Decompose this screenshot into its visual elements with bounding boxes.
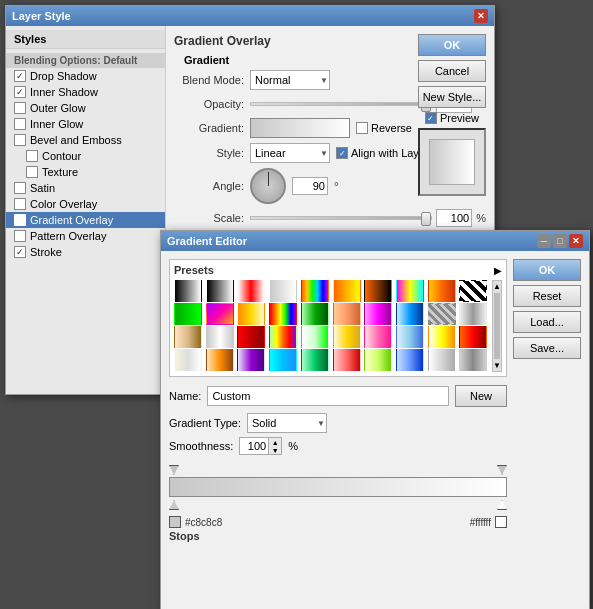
satin-checkbox[interactable] xyxy=(14,182,26,194)
preset-swatch-red-fade[interactable] xyxy=(237,280,265,302)
preset-swatch-gray-white[interactable] xyxy=(269,280,297,302)
style-select[interactable]: Linear Radial Angle xyxy=(250,143,330,163)
gradient-type-select-wrapper[interactable]: Solid Noise ▼ xyxy=(247,413,327,433)
outer-glow-checkbox[interactable] xyxy=(14,102,26,114)
preset-swatch-bw[interactable] xyxy=(174,280,202,302)
presets-scrollbar[interactable]: ▲ ▼ xyxy=(492,280,502,372)
sidebar-item-bevel-emboss[interactable]: Bevel and Emboss xyxy=(6,132,165,148)
gradient-load-button[interactable]: Load... xyxy=(513,311,581,333)
preset-swatch-sky[interactable] xyxy=(396,326,424,348)
style-select-wrapper[interactable]: Linear Radial Angle ▼ xyxy=(250,143,330,163)
preset-swatch-violet[interactable] xyxy=(206,303,234,325)
preset-swatch-copper[interactable] xyxy=(333,303,361,325)
stroke-checkbox[interactable] xyxy=(14,246,26,258)
preset-swatch-stripe[interactable] xyxy=(459,280,487,302)
color-overlay-checkbox[interactable] xyxy=(14,198,26,210)
opacity-stop-left[interactable] xyxy=(169,465,179,475)
preset-swatch-gray-fade[interactable] xyxy=(206,326,234,348)
preset-swatch-fire[interactable] xyxy=(459,326,487,348)
opacity-slider[interactable] xyxy=(250,102,432,106)
gradient-preview[interactable] xyxy=(250,118,350,138)
left-color-swatch[interactable] xyxy=(169,516,181,528)
reverse-checkbox[interactable] xyxy=(356,122,368,134)
preset-swatch-lime[interactable] xyxy=(364,349,392,371)
blend-mode-select-wrapper[interactable]: Normal Multiply Screen ▼ xyxy=(250,70,330,90)
sidebar-item-drop-shadow[interactable]: Drop Shadow xyxy=(6,68,165,84)
gradient-save-button[interactable]: Save... xyxy=(513,337,581,359)
sidebar-item-pattern-overlay[interactable]: Pattern Overlay xyxy=(6,228,165,244)
inner-glow-checkbox[interactable] xyxy=(14,118,26,130)
color-stop-left[interactable] xyxy=(169,500,179,510)
sidebar-item-inner-glow[interactable]: Inner Glow xyxy=(6,116,165,132)
preset-swatch-green[interactable] xyxy=(174,303,202,325)
align-layer-checkbox[interactable]: ✓ xyxy=(336,147,348,159)
preset-swatch-silver[interactable] xyxy=(459,303,487,325)
sidebar-item-contour[interactable]: Contour xyxy=(6,148,165,164)
scale-slider-thumb[interactable] xyxy=(421,212,431,226)
smoothness-input[interactable] xyxy=(239,437,269,455)
preset-swatch-metal[interactable] xyxy=(459,349,487,371)
preset-swatch-white-gray[interactable] xyxy=(428,349,456,371)
gradient-overlay-checkbox[interactable] xyxy=(14,214,26,226)
preset-swatch-crimson[interactable] xyxy=(333,349,361,371)
maximize-icon[interactable]: □ xyxy=(553,234,567,248)
drop-shadow-checkbox[interactable] xyxy=(14,70,26,82)
blend-mode-select[interactable]: Normal Multiply Screen xyxy=(250,70,330,90)
blending-options-label[interactable]: Blending Options: Default xyxy=(6,53,165,68)
bevel-emboss-checkbox[interactable] xyxy=(14,134,26,146)
scroll-down-arrow[interactable]: ▼ xyxy=(493,361,501,370)
preset-swatch-rainbow[interactable] xyxy=(301,280,329,302)
preset-swatch-stripe2[interactable] xyxy=(428,303,456,325)
preset-swatch-spectrum[interactable] xyxy=(269,303,297,325)
gradient-editor-close-icon[interactable]: ✕ xyxy=(569,234,583,248)
right-color-swatch[interactable] xyxy=(495,516,507,528)
preset-swatch-cyan[interactable] xyxy=(269,349,297,371)
preset-swatch-rose[interactable] xyxy=(364,326,392,348)
preset-swatch-royalblue[interactable] xyxy=(396,349,424,371)
scroll-up-arrow[interactable]: ▲ xyxy=(493,282,501,291)
name-input[interactable] xyxy=(207,386,449,406)
contour-checkbox[interactable] xyxy=(26,150,38,162)
pattern-overlay-checkbox[interactable] xyxy=(14,230,26,242)
smoothness-spinner[interactable]: ▲ ▼ xyxy=(269,437,282,455)
sidebar-item-satin[interactable]: Satin xyxy=(6,180,165,196)
preset-swatch-warm[interactable] xyxy=(428,280,456,302)
preset-swatch-blue[interactable] xyxy=(396,303,424,325)
preset-swatch-bronze[interactable] xyxy=(206,349,234,371)
cancel-button[interactable]: Cancel xyxy=(418,60,486,82)
new-gradient-button[interactable]: New xyxy=(455,385,507,407)
sidebar-item-inner-shadow[interactable]: Inner Shadow xyxy=(6,84,165,100)
gradient-ok-button[interactable]: OK xyxy=(513,259,581,281)
sidebar-item-color-overlay[interactable]: Color Overlay xyxy=(6,196,165,212)
gradient-bar[interactable] xyxy=(169,477,507,497)
preset-swatch-heat[interactable] xyxy=(269,326,297,348)
preset-swatch-black-trans[interactable] xyxy=(206,280,234,302)
close-icon[interactable]: ✕ xyxy=(474,9,488,23)
scale-slider[interactable] xyxy=(250,216,432,220)
opacity-stop-right[interactable] xyxy=(497,465,507,475)
gradient-reset-button[interactable]: Reset xyxy=(513,285,581,307)
sidebar-item-gradient-overlay[interactable]: Gradient Overlay xyxy=(6,212,165,228)
inner-shadow-checkbox[interactable] xyxy=(14,86,26,98)
preset-swatch-gold[interactable] xyxy=(237,303,265,325)
preview-checkbox[interactable]: ✓ xyxy=(425,112,437,124)
new-style-button[interactable]: New Style... xyxy=(418,86,486,108)
preset-swatch-beige[interactable] xyxy=(174,349,202,371)
minimize-icon[interactable]: ─ xyxy=(537,234,551,248)
sidebar-item-stroke[interactable]: Stroke xyxy=(6,244,165,260)
preset-swatch-tan[interactable] xyxy=(174,326,202,348)
presets-menu-arrow[interactable]: ▶ xyxy=(494,265,502,276)
preset-swatch-emerald[interactable] xyxy=(301,349,329,371)
preset-swatch-purple[interactable] xyxy=(237,349,265,371)
preset-swatch-orange-black[interactable] xyxy=(364,280,392,302)
scroll-thumb[interactable] xyxy=(494,293,500,359)
preset-swatch-green2[interactable] xyxy=(301,303,329,325)
preset-swatch-orange-yellow[interactable] xyxy=(333,280,361,302)
preset-swatch-pink[interactable] xyxy=(364,303,392,325)
preset-swatch-green3[interactable] xyxy=(301,326,329,348)
spin-up-btn[interactable]: ▲ xyxy=(269,438,281,446)
scale-input[interactable] xyxy=(436,209,472,227)
sidebar-item-outer-glow[interactable]: Outer Glow xyxy=(6,100,165,116)
preset-swatch-gold2[interactable] xyxy=(333,326,361,348)
preset-swatch-yellow[interactable] xyxy=(428,326,456,348)
